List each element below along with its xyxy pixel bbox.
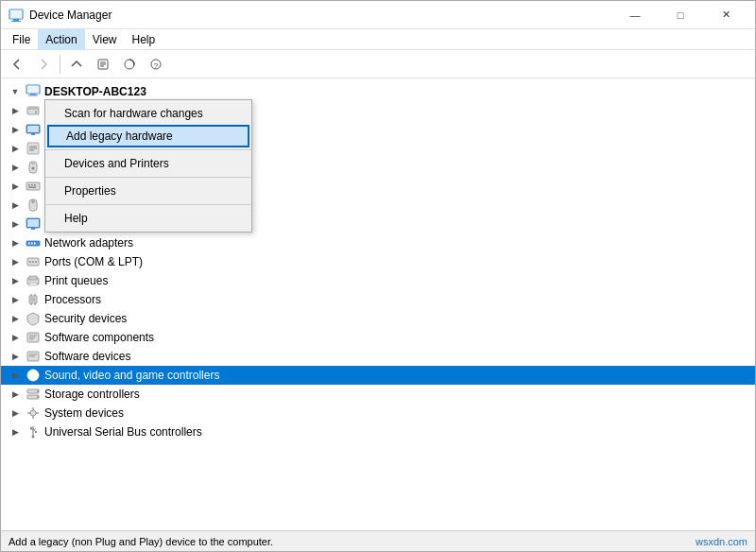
scan-hardware-label: Scan for hardware changes (64, 107, 203, 120)
menu-sep-3 (45, 204, 251, 205)
up-button[interactable] (64, 53, 89, 76)
svg-text:?: ? (154, 61, 159, 70)
svg-rect-2 (11, 21, 21, 22)
devices-printers-item[interactable]: Devices and Printers (45, 152, 251, 175)
menu-sep-2 (45, 177, 251, 178)
back-button[interactable] (5, 53, 29, 76)
scan-button[interactable] (117, 53, 142, 76)
forward-button[interactable] (31, 53, 56, 76)
help-item[interactable]: Help (45, 207, 251, 230)
devices-printers-label: Devices and Printers (64, 157, 169, 170)
title-bar: Device Manager — □ ✕ (1, 1, 755, 29)
window-title: Device Manager (29, 9, 613, 22)
status-bar: Add a legacy (non Plug and Play) device … (1, 530, 755, 551)
add-legacy-label: Add legacy hardware (66, 129, 173, 143)
menu-action[interactable]: Action (38, 29, 84, 50)
menu-view[interactable]: View (85, 29, 125, 50)
properties-button[interactable] (91, 53, 115, 76)
add-legacy-item[interactable]: Add legacy hardware (47, 125, 249, 147)
menu-bar: File Action View Help (1, 29, 755, 50)
toolbar-sep (60, 55, 60, 74)
help-label: Help (64, 212, 88, 225)
properties-label: Properties (64, 184, 116, 198)
svg-rect-1 (13, 19, 19, 21)
help-button[interactable]: ? (144, 53, 168, 76)
window-controls: — □ ✕ (613, 1, 747, 29)
action-dropdown-menu: Scan for hardware changes Add legacy har… (44, 99, 252, 233)
main-window: Device Manager — □ ✕ File Action View He… (0, 0, 756, 552)
app-icon (9, 8, 24, 23)
scan-hardware-item[interactable]: Scan for hardware changes (45, 102, 251, 125)
menu-sep-1 (45, 149, 251, 150)
brand-text: wsxdn.com (696, 536, 747, 547)
minimize-button[interactable]: — (613, 1, 657, 29)
menu-help[interactable]: Help (125, 29, 163, 50)
svg-rect-3 (10, 10, 22, 18)
dropdown-overlay: Scan for hardware changes Add legacy har… (1, 78, 755, 530)
close-button[interactable]: ✕ (704, 1, 747, 29)
toolbar: ? (1, 50, 755, 78)
status-text: Add a legacy (non Plug and Play) device … (9, 536, 696, 547)
properties-item[interactable]: Properties (45, 180, 251, 202)
menu-file[interactable]: File (5, 29, 38, 50)
maximize-button[interactable]: □ (659, 1, 702, 29)
